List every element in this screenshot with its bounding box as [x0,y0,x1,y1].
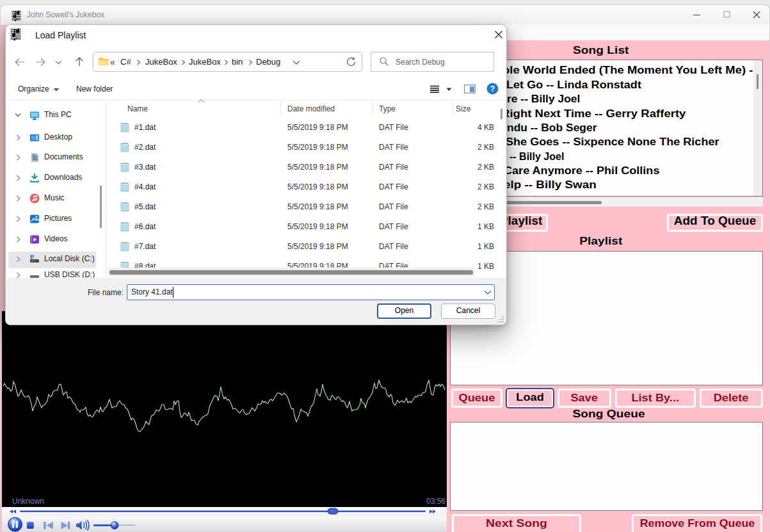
svg-text:?: ? [490,85,495,93]
